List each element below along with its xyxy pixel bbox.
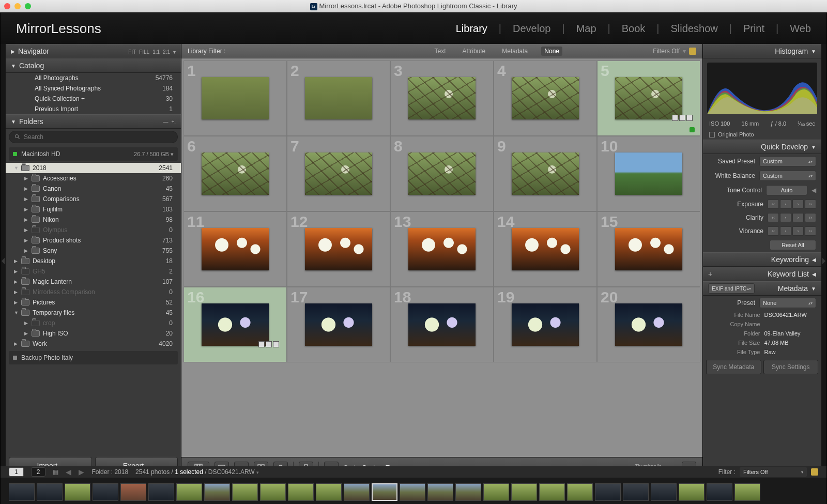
quickdev-header[interactable]: Quick Develop▼ <box>703 140 821 154</box>
filmstrip-thumb[interactable] <box>288 483 314 501</box>
filmstrip-thumb[interactable] <box>707 483 732 501</box>
module-book[interactable]: Book <box>622 23 646 35</box>
filmstrip-thumb[interactable] <box>734 483 760 501</box>
folder-row[interactable]: ▶Comparisons567 <box>6 194 181 204</box>
filter-tab-text[interactable]: Text <box>432 47 449 56</box>
filmstrip[interactable] <box>1 478 826 504</box>
histogram-header[interactable]: Histogram ▼ <box>703 44 821 58</box>
folder-row[interactable]: ▶Accessories260 <box>6 173 181 184</box>
catalog-item[interactable]: All Synced Photographs184 <box>6 83 181 94</box>
folder-row[interactable]: ▶Magic Lantern107 <box>6 277 181 287</box>
folder-row[interactable]: ▼20182541 <box>6 163 181 173</box>
chevron-down-icon[interactable]: ▾ <box>683 48 686 55</box>
metadata-mode-select[interactable]: EXIF and IPTC▴▾ <box>708 283 755 294</box>
grid-cell[interactable]: 15 <box>597 211 700 287</box>
grid-cell[interactable]: 20 <box>597 287 700 362</box>
filmstrip-thumb[interactable] <box>9 483 35 501</box>
filmstrip-thumb[interactable] <box>204 483 230 501</box>
forward-arrow-icon[interactable]: ▶ <box>79 468 84 476</box>
step-minus2[interactable]: ‹‹ <box>768 200 779 209</box>
filmstrip-thumb[interactable] <box>372 483 397 501</box>
catalog-header[interactable]: ▼ Catalog <box>6 58 181 73</box>
grid-cell[interactable]: 7 <box>287 136 390 211</box>
catalog-item[interactable]: Previous Import1 <box>6 104 181 114</box>
grid-cell[interactable]: 3 <box>390 60 494 136</box>
step-plus[interactable]: › <box>792 213 804 222</box>
filter-select[interactable]: Filters Off▾ <box>740 467 807 477</box>
grid-cell[interactable]: 18 <box>390 287 494 362</box>
filmstrip-thumb[interactable] <box>176 483 202 501</box>
screen-1-pill[interactable]: 1 <box>9 467 24 477</box>
folder-row[interactable]: ▶Olympus0 <box>6 225 181 235</box>
grid-cell[interactable]: 17 <box>287 287 390 362</box>
step-plus2[interactable]: ›› <box>805 226 816 236</box>
metadata-header[interactable]: EXIF and IPTC▴▾ Metadata▼ <box>703 281 821 296</box>
folder-row[interactable]: ▶Canon45 <box>6 184 181 194</box>
navigator-header[interactable]: ▶ Navigator FITFILL1:12:1▾ <box>6 44 181 58</box>
grid-cell[interactable]: 4 <box>494 60 597 136</box>
filmstrip-thumb[interactable] <box>316 483 342 501</box>
grid-cell[interactable]: 16 <box>183 287 287 362</box>
folder-row[interactable]: ▶Work4020 <box>6 339 181 349</box>
nav-opt[interactable]: FILL <box>139 49 149 55</box>
grid-cell[interactable]: 5 <box>597 60 700 136</box>
metadata-preset-select[interactable]: None▴▾ <box>759 298 816 308</box>
module-map[interactable]: Map <box>576 23 596 35</box>
keywording-header[interactable]: Keywording◀ <box>703 252 821 267</box>
module-library[interactable]: Library <box>456 23 487 35</box>
filmstrip-thumb[interactable] <box>511 483 537 501</box>
original-photo-check[interactable]: Original Photo <box>703 129 821 140</box>
grid-cell[interactable]: 13 <box>390 211 494 287</box>
grid-cell[interactable]: 19 <box>494 287 597 362</box>
grid-cell[interactable]: 14 <box>494 211 597 287</box>
filmstrip-thumb[interactable] <box>651 483 677 501</box>
plus-icon[interactable]: + <box>708 270 712 278</box>
nav-opt[interactable]: 2:1 <box>163 49 170 55</box>
step-plus[interactable]: › <box>792 200 804 209</box>
module-web[interactable]: Web <box>790 23 811 35</box>
saved-preset-select[interactable]: Custom▴▾ <box>759 156 816 166</box>
folder-row[interactable]: ▶Product shots713 <box>6 235 181 246</box>
screen-2-pill[interactable]: 2 <box>31 467 46 477</box>
step-minus[interactable]: ‹ <box>780 213 791 222</box>
filmstrip-thumb[interactable] <box>232 483 258 501</box>
folder-row[interactable]: ▶Mirrorless Comparison0 <box>6 287 181 297</box>
grid-cell[interactable]: 10 <box>597 136 700 211</box>
lock-icon[interactable] <box>811 468 818 476</box>
folder-row[interactable]: ▶Desktop18 <box>6 256 181 266</box>
sync-metadata-button[interactable]: Sync Metadata <box>706 360 761 374</box>
filmstrip-thumb[interactable] <box>595 483 621 501</box>
module-slideshow[interactable]: Slideshow <box>671 23 718 35</box>
filmstrip-thumb[interactable] <box>260 483 286 501</box>
catalog-item[interactable]: All Photographs54776 <box>6 73 181 83</box>
step-plus2[interactable]: ›› <box>805 213 816 222</box>
folder-row[interactable]: ▶crop0 <box>6 318 181 328</box>
filmstrip-thumb[interactable] <box>679 483 705 501</box>
folder-row[interactable]: ▶Nikon98 <box>6 215 181 225</box>
step-plus2[interactable]: ›› <box>805 200 816 209</box>
filters-off[interactable]: Filters Off <box>653 48 680 55</box>
minus-icon[interactable]: — <box>163 119 168 125</box>
filmstrip-thumb[interactable] <box>567 483 593 501</box>
filmstrip-thumb[interactable] <box>400 483 425 501</box>
filmstrip-thumb[interactable] <box>455 483 481 501</box>
plus-icon[interactable]: +. <box>171 119 176 125</box>
nav-opt[interactable]: 1:1 <box>152 49 160 55</box>
step-minus[interactable]: ‹ <box>780 226 791 236</box>
left-grip[interactable] <box>1 44 6 478</box>
folder-search[interactable]: Search <box>9 131 178 143</box>
module-develop[interactable]: Develop <box>513 23 550 35</box>
sync-settings-button[interactable]: Sync Settings <box>763 360 819 374</box>
step-plus[interactable]: › <box>792 226 804 236</box>
filmstrip-thumb[interactable] <box>37 483 63 501</box>
white-balance-select[interactable]: Custom▴▾ <box>759 171 816 181</box>
folder-row[interactable]: ▶Pictures52 <box>6 297 181 308</box>
folders-header[interactable]: ▼ Folders — +. <box>6 114 181 129</box>
lock-icon[interactable] <box>689 48 696 55</box>
filmstrip-thumb[interactable] <box>539 483 565 501</box>
filmstrip-thumb[interactable] <box>427 483 453 501</box>
reset-all-button[interactable]: Reset All <box>770 240 816 250</box>
filmstrip-thumb[interactable] <box>65 483 90 501</box>
filmstrip-thumb[interactable] <box>344 483 370 501</box>
folder-row[interactable]: ▼Temporary files45 <box>6 308 181 318</box>
